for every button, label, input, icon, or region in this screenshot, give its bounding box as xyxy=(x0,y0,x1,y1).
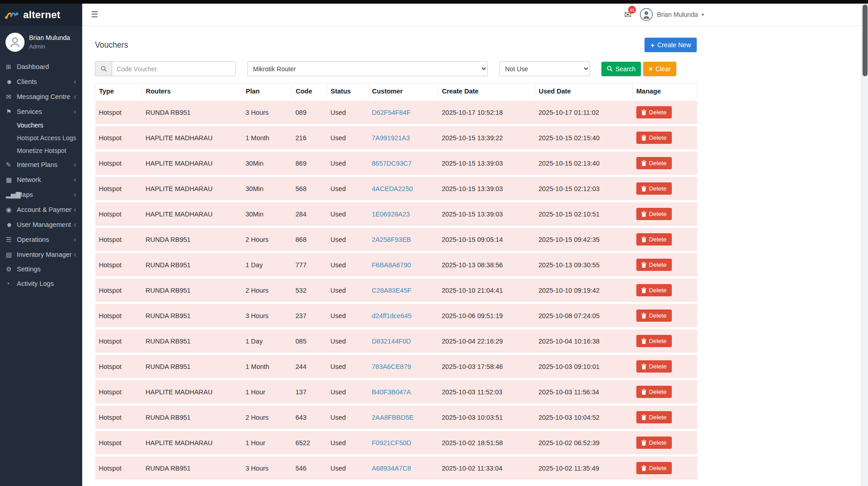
cell-routers: RUNDA RB951 xyxy=(142,354,242,379)
cell-plan: 1 Day xyxy=(242,329,292,354)
customer-link[interactable]: A68934A7C8 xyxy=(372,465,411,472)
user-name: Brian Mulunda xyxy=(657,11,698,18)
cell-used-date: 2025-10-10 09:19:42 xyxy=(535,278,633,303)
sidebar-item[interactable]: ▦ Network ‹ xyxy=(0,172,82,187)
cell-status: Used xyxy=(327,201,368,227)
sidebar-item[interactable]: ◔ Activity Logs xyxy=(0,276,82,291)
clear-button[interactable]: × Clear xyxy=(643,62,676,76)
menu-label: User Management xyxy=(17,221,72,228)
customer-link[interactable]: B40F3B047A xyxy=(372,388,411,396)
scrollbar-thumb[interactable] xyxy=(863,5,868,76)
cell-plan: 1 Month xyxy=(242,125,292,151)
search-addon xyxy=(95,61,112,76)
search-button[interactable]: Search xyxy=(601,62,641,76)
delete-button[interactable]: Delete xyxy=(636,259,672,271)
messages-button[interactable]: ✉ 11 xyxy=(624,10,631,20)
sidebar-item[interactable]: ▤ Inventory Management ‹ xyxy=(0,247,82,262)
customer-link[interactable]: 2AA8FBBD5E xyxy=(372,414,414,421)
router-filter-select[interactable]: Mikrotik Router xyxy=(247,61,488,76)
sidebar-item[interactable]: ✎ Internet Plans ‹ xyxy=(0,157,82,172)
cell-plan: 1 Hour xyxy=(242,430,292,456)
delete-button[interactable]: Delete xyxy=(636,284,672,296)
menu-icon: ☰ xyxy=(6,236,17,243)
sidebar-item[interactable]: ☰ Operations ‹ xyxy=(0,232,82,247)
customer-link[interactable]: 8657DC93C7 xyxy=(372,160,412,167)
customer-link[interactable]: 4ACEDA2250 xyxy=(372,185,413,192)
sidebar-item[interactable]: ⚑ Services ‹ xyxy=(0,104,82,119)
cell-plan: 1 Hour xyxy=(242,379,292,405)
cell-customer: 783A6CE879 xyxy=(368,354,438,379)
brand-logo-link[interactable]: alternet xyxy=(0,4,82,26)
table-row: Hotspot RUNDA RB951 2 Hours 868 Used 2A2… xyxy=(95,227,697,252)
cell-routers: RUNDA RB951 xyxy=(142,329,242,354)
delete-button[interactable]: Delete xyxy=(636,182,672,195)
customer-link[interactable]: D832144F0D xyxy=(372,338,411,345)
user-menu[interactable]: Brian Mulunda ▾ xyxy=(640,8,704,21)
sidebar-user-role: Admin xyxy=(29,44,70,50)
sidebar-item[interactable]: Vouchers xyxy=(0,119,82,132)
delete-button[interactable]: Delete xyxy=(636,157,672,169)
cell-status: Used xyxy=(327,100,368,125)
delete-button[interactable]: Delete xyxy=(636,411,672,423)
sidebar-item[interactable]: Monetize Hotspot xyxy=(0,144,82,157)
sidebar-item[interactable]: ☻ User Management ‹ xyxy=(0,217,82,232)
sidebar-item[interactable]: ▂▅▇ Maps ‹ xyxy=(0,187,82,202)
menu-icon: ⚑ xyxy=(6,108,17,115)
table-row: Hotspot HAPLITE MADHARAU 1 Month 216 Use… xyxy=(95,125,697,151)
customer-link[interactable]: 7A991921A3 xyxy=(372,134,410,142)
delete-button[interactable]: Delete xyxy=(636,360,672,373)
cell-customer: B40F3B047A xyxy=(368,379,438,405)
cell-customer: 2AA8FBBD5E xyxy=(368,405,438,430)
menu-label: Maps xyxy=(17,191,72,198)
create-new-button[interactable]: + Create New xyxy=(645,38,697,52)
sidebar-item[interactable]: ◉ Account & Payments ‹ xyxy=(0,202,82,217)
sidebar-item[interactable]: ⚙ Settings xyxy=(0,262,82,276)
customer-link[interactable]: 2A258F93EB xyxy=(372,236,411,243)
cell-create-date: 2025-10-02 18:51:58 xyxy=(438,430,535,456)
vertical-scrollbar[interactable] xyxy=(861,4,868,486)
delete-button[interactable]: Delete xyxy=(636,462,672,474)
hamburger-menu-icon[interactable]: ☰ xyxy=(82,10,107,20)
delete-button[interactable]: Delete xyxy=(636,309,672,322)
table-row: Hotspot RUNDA RB951 2 Hours 643 Used 2AA… xyxy=(95,405,697,430)
cell-code: 532 xyxy=(292,278,327,303)
delete-button[interactable]: Delete xyxy=(636,208,672,220)
customer-link[interactable]: D62F54F84F xyxy=(372,109,411,116)
delete-button[interactable]: Delete xyxy=(636,233,672,245)
menu-label: Vouchers xyxy=(17,122,76,129)
customer-link[interactable]: C28A83E45F xyxy=(372,287,412,294)
cell-type: Hotspot xyxy=(95,430,142,456)
cell-customer: 4ACEDA2250 xyxy=(368,176,438,201)
delete-button[interactable]: Delete xyxy=(636,132,672,144)
sidebar-user-name: Brian Mulunda xyxy=(29,34,70,41)
customer-link[interactable]: F0921CF50D xyxy=(372,439,412,447)
customer-link[interactable]: F6BA8A6790 xyxy=(372,261,411,269)
cell-create-date: 2025-10-10 21:04:41 xyxy=(438,278,535,303)
sidebar-item[interactable]: ⊞ Dashboard xyxy=(0,59,82,74)
customer-link[interactable]: d24ff1dce645 xyxy=(372,312,412,319)
customer-link[interactable]: 1E06928A23 xyxy=(372,211,410,218)
col-create-date: Create Date xyxy=(438,83,535,100)
cell-create-date: 2025-10-03 10:03:51 xyxy=(438,405,535,430)
delete-button[interactable]: Delete xyxy=(636,386,672,398)
cell-type: Hotspot xyxy=(95,125,142,151)
cell-routers: RUNDA RB951 xyxy=(142,100,242,125)
cell-used-date: 2025-10-03 09:10:01 xyxy=(535,354,633,379)
cell-used-date: 2025-10-03 10:04:52 xyxy=(535,405,633,430)
sidebar-item[interactable]: ✉ Messaging Centre ‹ xyxy=(0,89,82,104)
delete-button[interactable]: Delete xyxy=(636,335,672,347)
chevron-left-icon: ‹ xyxy=(72,191,76,198)
cell-status: Used xyxy=(327,405,368,430)
sidebar-item[interactable]: Hotspot Access Logs xyxy=(0,132,82,144)
menu-label: Settings xyxy=(17,265,76,273)
top-navbar: ☰ ✉ 11 Brian Mulunda ▾ xyxy=(82,4,868,26)
customer-link[interactable]: 783A6CE879 xyxy=(372,363,411,370)
cell-routers: HAPLITE MADHARAU xyxy=(142,201,242,227)
delete-button[interactable]: Delete xyxy=(636,437,672,449)
delete-button[interactable]: Delete xyxy=(636,106,672,118)
cell-manage: Delete xyxy=(633,456,697,480)
status-filter-select[interactable]: Not Use xyxy=(499,61,590,76)
code-voucher-input[interactable] xyxy=(112,61,236,76)
sidebar-item[interactable]: ☻ Clients ‹ xyxy=(0,74,82,89)
vouchers-table: Type Routers Plan Code Status Customer C… xyxy=(95,83,697,480)
